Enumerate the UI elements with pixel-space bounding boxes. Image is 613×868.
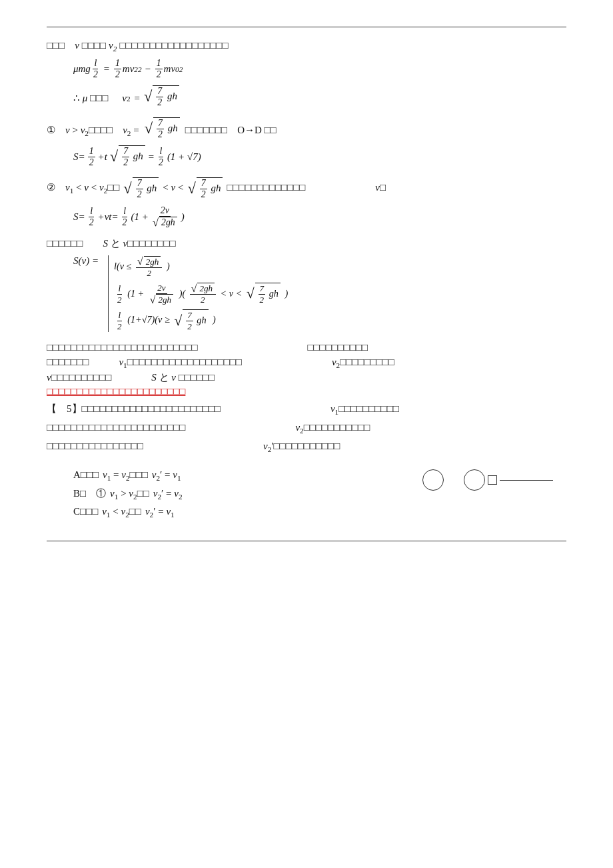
choice-A-label: A□□□ — [73, 469, 99, 481]
red-note-row: □□□□□□□□□□□□□□□□□□□□□□□ — [47, 386, 566, 397]
sqrt-7-2gh-c2a: √ 7 2 gh — [123, 177, 159, 200]
intro-v2: v2 — [109, 40, 117, 53]
piecewise-block: S(v) = l(v ≤ √ 2gh 2 ) l — [73, 255, 566, 332]
circle-right — [464, 469, 485, 491]
explanation-1: □□□□□□□□□□□□□□□□□□□□□□□□□ □□□□□□□□□□ — [47, 341, 566, 354]
expl4-text: □□□□□□□□□□□□□□□□□□□□□□□ v2□□□□□□□□□□□ — [47, 421, 370, 435]
frac-2v-sqrt2gh: 2v √ 2gh — [151, 205, 179, 228]
square-right — [488, 475, 497, 485]
circle-left — [422, 469, 444, 491]
case2-marker: ② v1 < v < v2□□ — [47, 181, 119, 195]
choice-B: B□ ① v1 > v2□□ v2′ = v2 — [73, 487, 422, 501]
expl3-text: v□□□□□□□□□□ S と v □□□□□□ — [47, 371, 215, 384]
red-underline-text: □□□□□□□□□□□□□□□□□□□□□□□ — [47, 386, 185, 397]
choice-B-result: v2′ = v2 — [153, 488, 183, 501]
choice-C-v1v2: v1 < v2□□ — [102, 506, 141, 519]
expl5-line: □□□□□□□□□□□□□□□□ v2′□□□□□□□□□□□ — [47, 440, 566, 453]
expl5-text: □□□□□□□□□□□□□□□□ v2′□□□□□□□□□□□ — [47, 440, 340, 453]
sqrt-7-2gh: √ 7 2 gh — [144, 85, 179, 108]
case-row-3: l 2 (1+√7)(v ≥ √ 7 2 gh ) — [114, 309, 288, 332]
intro-line: □□□ v □□□□ v2 □□□□□□□□□□□□□□□□□□ — [47, 39, 566, 53]
case1-line: ① v > v2□□□□ v2 = √ 7 2 gh □□□□□□□ O→D □… — [47, 117, 566, 140]
choice-C-result: v2′ = v1 — [145, 506, 175, 519]
choice-B-label: B□ ① — [73, 487, 106, 500]
q5-text: 【 5】□□□□□□□□□□□□□□□□□□□□□□□ v1□□□□□□□□□□ — [47, 403, 399, 416]
frac-half-s1: 1 2 — [88, 146, 95, 168]
case-row-2: l 2 (1 + 2v √ 2gh )( — [114, 283, 288, 305]
explanation-3: v□□□□□□□□□□ S と v □□□□□□ — [47, 371, 566, 384]
expl2-text: □□□□□□□ v1□□□□□□□□□□□□□□□□□□□ v2□□□□□□□□… — [47, 356, 394, 369]
frac-l2-s1: l 2 — [157, 146, 165, 168]
case1-marker: ① v > v2□□□□ — [47, 124, 123, 137]
choice-A-v1v2: v1 = v2□□□ — [103, 469, 148, 482]
choices-block: A□□□ v1 = v2□□□ v2′ = v1 B□ ① v1 > v2□□ … — [47, 464, 422, 521]
collision-diagram — [422, 469, 553, 491]
choice-B-v1v2: v1 > v2□□ — [110, 488, 149, 501]
case-row-1: l(v ≤ √ 2gh 2 ) — [114, 255, 288, 278]
piecewise-function: l(v ≤ √ 2gh 2 ) l 2 (1 + — [108, 255, 288, 332]
explanation-2: □□□□□□□ v1□□□□□□□□□□□□□□□□□□□ v2□□□□□□□□… — [47, 356, 566, 369]
expl1-text: □□□□□□□□□□□□□□□□□□□□□□□□□ □□□□□□□□□□ — [47, 341, 368, 354]
q5-line: 【 5】□□□□□□□□□□□□□□□□□□□□□□□ v1□□□□□□□□□□ — [47, 403, 566, 416]
intro-text-1: □□□ — [47, 39, 75, 52]
top-rule — [47, 27, 566, 27]
expl4-line: □□□□□□□□□□□□□□□□□□□□□□□ v2□□□□□□□□□□□ — [47, 421, 566, 435]
therefore-mu: ∴ μ □□□ — [73, 92, 118, 105]
choice-C-label: C□□□ — [73, 506, 98, 517]
bottom-rule — [47, 541, 566, 541]
frac-l2-s2b: l 2 — [121, 206, 129, 228]
summary-text: □□□□□□ S と v□□□□□□□□ — [47, 237, 176, 250]
case2-line: ② v1 < v < v2□□ √ 7 2 gh < v < √ 7 — [47, 177, 566, 200]
intro-text-2: □□□□ — [82, 40, 106, 51]
choice-C: C□□□ v1 < v2□□ v2′ = v1 — [73, 506, 422, 519]
mu-result: ∴ μ □□□ v2 = √ 7 2 gh — [73, 85, 566, 108]
page: □□□ v □□□□ v2 □□□□□□□□□□□□□□□□□□ μmg l 2… — [0, 0, 613, 868]
intro-text-3: □□□□□□□□□□□□□□□□□□ — [119, 40, 228, 51]
summary-intro: □□□□□□ S と v□□□□□□□□ — [47, 237, 566, 250]
frac-half2: 1 2 — [155, 58, 163, 80]
intro-v: v — [75, 40, 79, 51]
sqrt-7-2gh-2: √ 7 2 gh — [145, 117, 180, 140]
S-case1-formula: S= 1 2 + t √ 7 2 gh = l 2 (1 + √7) — [73, 145, 566, 168]
horiz-line — [500, 480, 553, 481]
sqrt-7-2gh-s1: √ 7 2 gh — [110, 145, 145, 168]
choice-A: A□□□ v1 = v2□□□ v2′ = v1 — [73, 469, 422, 482]
frac-half1: 1 2 — [114, 58, 121, 80]
choice-A-result: v2′ = v1 — [152, 469, 181, 482]
frac-l2-s2: l 2 — [88, 206, 95, 228]
S-case2-formula: S = l 2 + vt = l 2 (1 + 2v √ 2gh ) — [73, 205, 566, 228]
energy-equation: μmg l 2 = 1 2 mv22 − 1 2 mv02 — [73, 58, 566, 80]
frac-l2: l 2 — [92, 58, 99, 80]
sqrt-7-2gh-c2b: √ 7 2 gh — [187, 177, 223, 200]
